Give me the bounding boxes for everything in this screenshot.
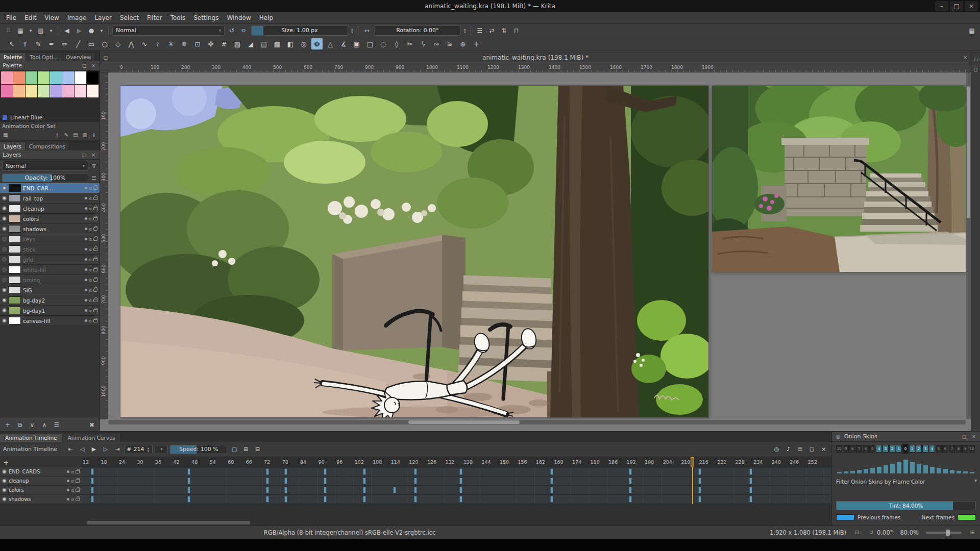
pin-icon[interactable] [85,217,87,220]
keyframe[interactable] [749,468,752,475]
alpha-icon[interactable]: α [89,278,92,283]
add-layer-button[interactable]: + [4,421,11,429]
skip-to-start-button[interactable]: ⇤ [65,444,75,454]
color-swatch[interactable] [1,85,13,97]
keyframe[interactable] [629,468,632,475]
layer-row[interactable]: rail_top α [0,193,100,204]
keyframe[interactable] [187,496,190,503]
alpha-icon[interactable]: α [89,318,92,323]
lock-icon[interactable] [76,489,80,492]
menu-item[interactable]: Layer [90,13,115,22]
zoom-slider[interactable] [926,532,962,534]
pin-icon[interactable] [85,248,87,251]
lock-icon[interactable] [93,258,97,261]
edit-color-button[interactable]: ✎ [63,132,70,139]
pin-icon[interactable] [67,498,69,500]
subwindow-icon[interactable]: ◻ [102,54,109,61]
menu-item[interactable]: Help [255,13,277,22]
float-docker-icon[interactable]: ◻ [961,433,968,440]
pin-icon[interactable] [67,489,69,491]
keyframe[interactable] [749,496,752,503]
opacity-bar[interactable] [850,471,855,473]
layer-row[interactable]: bg-day2 α [0,295,100,306]
layer-row[interactable]: SiG α [0,285,100,295]
keyframe[interactable] [284,496,287,503]
polyline-tool[interactable]: ⋀ [126,38,137,49]
opacity-bar[interactable] [957,471,961,473]
tab-animation-timeline[interactable]: Animation Timeline [0,434,63,442]
keyframe[interactable] [284,487,287,493]
keyframe[interactable] [363,478,366,484]
color-swatch[interactable] [62,71,74,84]
close-button[interactable]: × [965,1,978,11]
close-docker-icon[interactable]: × [90,62,97,69]
lock-icon[interactable] [93,289,97,292]
keyframe[interactable] [91,478,94,484]
toolbar-menu-icon[interactable]: ☰ [475,26,485,36]
layer-filter-icon[interactable]: ∇ [90,162,97,169]
pattern-chooser-button[interactable]: ▨ [36,26,46,36]
keyframe[interactable] [414,468,417,475]
brush-preset-dropdown-icon[interactable]: ▾ [99,26,105,36]
freehand-brush-tool[interactable]: ✏ [59,38,70,49]
keyframe[interactable] [91,496,94,503]
layer-opacity-slider[interactable]: Opacity: 100% [2,173,88,182]
opacity-bar[interactable] [844,471,848,473]
palette-grid-icon[interactable]: ▦ [2,132,9,139]
next-frames-color[interactable] [958,514,976,520]
opacity-bar[interactable] [864,469,868,473]
remove-frame-button[interactable]: ⊟ [253,444,262,454]
track-visibility-eye-icon[interactable] [2,497,7,502]
polygonal-selection-tool[interactable]: ◊ [391,38,402,49]
onion-frame-toggle[interactable]: 4 [929,445,935,453]
lock-icon[interactable] [93,299,97,302]
keyframe[interactable] [324,487,327,493]
menu-item[interactable]: Edit [20,13,40,22]
transform-tool[interactable]: ⊡ [192,38,203,49]
reload-preset-button[interactable]: ↺ [227,26,237,36]
lock-icon[interactable] [93,187,97,190]
opacity-bar[interactable] [970,472,974,473]
track-visibility-eye-icon[interactable] [2,469,7,474]
freehand-selection-tool[interactable]: ✂ [404,38,415,49]
pin-icon[interactable] [85,268,87,271]
alpha-icon[interactable]: α [89,216,92,221]
opacity-bar[interactable] [923,465,928,473]
layer-visibility-eye-icon[interactable] [2,247,7,252]
layer-visibility-eye-icon[interactable] [2,267,7,272]
insert-blank-frame-button[interactable]: ▢ [229,444,239,454]
rotation-stepper[interactable]: ▲▼ [463,28,467,34]
measure-tool[interactable]: ∡ [338,38,349,49]
keyframe[interactable] [266,478,269,484]
elliptical-selection-tool[interactable]: ◌ [378,38,389,49]
toolbar-grip-icon[interactable]: ⠿ [3,26,13,36]
onion-frame-toggle[interactable]: 0 [902,444,909,454]
keyframe[interactable] [550,478,553,484]
colorize-mask-tool[interactable]: ❂ [311,38,323,49]
rectangle-tool[interactable]: ▭ [86,38,97,49]
tab-animation-curves[interactable]: Animation Curves [63,434,121,442]
menu-item[interactable]: Tools [166,13,190,22]
layer-visibility-eye-icon[interactable] [2,186,7,190]
layer-visibility-eye-icon[interactable] [2,196,7,201]
mirror-vertical-button[interactable]: ⇅ [499,26,509,36]
alpha-icon[interactable]: α [89,206,92,211]
layer-row[interactable]: timing α [0,275,100,285]
onion-frame-toggle[interactable]: 6 [863,445,869,453]
layer-properties-button[interactable]: ☰ [53,421,60,429]
onion-frame-toggle[interactable]: 2 [889,445,895,453]
menu-item[interactable]: Filter [143,13,166,22]
onion-frame-toggle[interactable]: 10 [969,445,975,453]
alpha-icon[interactable]: α [89,247,92,252]
keyframe[interactable] [187,468,190,475]
lock-icon[interactable] [93,248,97,251]
opacity-bar[interactable] [857,470,862,473]
chevron-down-icon[interactable]: ▾ [974,478,977,483]
menu-item[interactable]: Select [116,13,143,22]
color-swatch[interactable] [87,85,99,97]
zoom-level-value[interactable]: 80.0% [900,529,919,536]
opacity-bar[interactable] [903,460,908,473]
layer-visibility-eye-icon[interactable] [2,237,7,241]
dynamic-brush-tool[interactable]: ✳ [165,38,177,49]
pin-icon[interactable] [85,258,87,261]
